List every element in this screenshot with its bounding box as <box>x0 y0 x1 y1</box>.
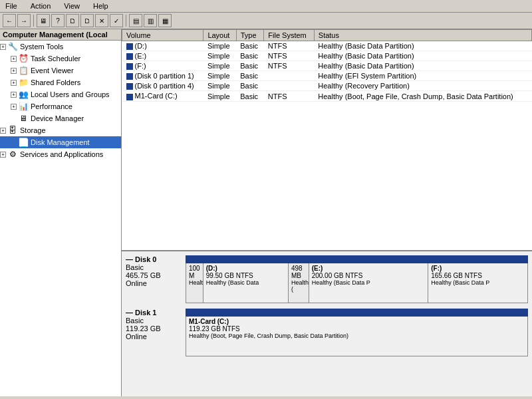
cell-fs-5: NTFS <box>264 91 314 101</box>
col-fs[interactable]: File System <box>264 30 314 41</box>
menu-view[interactable]: View <box>61 1 82 11</box>
sidebar-item-system-tools[interactable]: +🔧System Tools <box>0 41 121 53</box>
disk-partitions-0: 100 M Healt (D:) 99.50 GB NTFS Healthy (… <box>186 263 528 303</box>
disk-row-1: — Disk 1 Basic 119.23 GB Online M1-Card … <box>126 309 528 356</box>
main-container: Computer Management (Local +🔧System Tool… <box>0 29 532 396</box>
forward-button[interactable]: → <box>17 14 31 27</box>
toolbar: ← → 🖥 ? 🗋 🗋 ✕ ✓ ▤ ▥ ▦ <box>0 13 532 29</box>
icon-performance: 📊 <box>18 101 29 112</box>
sidebar-item-disk-management[interactable]: 💾Disk Management <box>0 136 121 148</box>
table-row[interactable]: (Disk 0 partition 1) Simple Basic Health… <box>122 71 532 81</box>
cell-type-3: Basic <box>236 71 264 81</box>
disk-bar-top-1 <box>186 309 528 317</box>
disk-label-1: — Disk 1 Basic 119.23 GB Online <box>126 309 186 356</box>
cell-type-1: Basic <box>236 51 264 61</box>
table-row[interactable]: (E:) Simple Basic NTFS Healthy (Basic Da… <box>122 51 532 61</box>
toolbar-btn8[interactable]: ▥ <box>144 14 157 27</box>
label-device-manager: Device Manager <box>31 114 84 122</box>
part-status-0-2: Healthy ( <box>291 279 306 293</box>
expand-btn-storage[interactable]: + <box>0 128 6 134</box>
volume-table: Volume Layout Type File System Status (D… <box>122 29 532 102</box>
disk-partition-0-0[interactable]: 100 M Healt <box>186 263 203 303</box>
part-size-0-2: 498 MB <box>291 265 306 279</box>
part-name-0-1: (D:) <box>206 265 285 272</box>
expand-btn-system-tools[interactable]: + <box>0 44 6 50</box>
icon-task-scheduler: ⏰ <box>18 53 29 64</box>
toolbar-btn6[interactable]: ✓ <box>110 14 123 27</box>
menu-help[interactable]: Help <box>90 1 111 11</box>
label-shared-folders: Shared Folders <box>31 78 80 86</box>
sidebar-item-performance[interactable]: +📊Performance <box>0 100 121 112</box>
cell-layout-0: Simple <box>203 41 236 51</box>
expand-btn-local-users[interactable]: + <box>11 92 17 98</box>
vol-icon-1 <box>126 53 133 60</box>
cell-type-5: Basic <box>236 91 264 101</box>
toolbar-btn3[interactable]: 🗋 <box>66 14 79 27</box>
expand-btn-shared-folders[interactable]: + <box>11 80 17 86</box>
cell-status-1: Healthy (Basic Data Partition) <box>314 51 531 61</box>
disk-partition-0-3[interactable]: (E:) 200.00 GB NTFS Healthy (Basic Data … <box>309 263 429 303</box>
toolbar-btn1[interactable]: 🖥 <box>37 14 50 27</box>
expand-btn-event-viewer[interactable]: + <box>11 68 17 74</box>
cell-volume-2: (F:) <box>122 61 203 71</box>
cell-type-2: Basic <box>236 61 264 71</box>
disk-type-1: Basic <box>126 317 182 325</box>
table-row[interactable]: (Disk 0 partition 4) Simple Basic Health… <box>122 81 532 91</box>
expand-btn-task-scheduler[interactable]: + <box>11 56 17 62</box>
toolbar-btn2[interactable]: ? <box>51 14 65 27</box>
disk-partition-1-0[interactable]: M1-Card (C:) 119.23 GB NTFS Healthy (Boo… <box>186 317 527 356</box>
col-type[interactable]: Type <box>236 30 264 41</box>
tree-container: +🔧System Tools+⏰Task Scheduler+📋Event Vi… <box>0 41 121 160</box>
vol-icon-3 <box>126 73 133 80</box>
icon-services: ⚙ <box>7 149 18 160</box>
part-name-0-4: (F:) <box>431 265 525 272</box>
expand-btn-services[interactable]: + <box>0 152 6 158</box>
table-area: Volume Layout Type File System Status (D… <box>122 29 532 250</box>
sidebar-item-storage[interactable]: +🗄Storage <box>0 124 121 136</box>
disk-state-1: Online <box>126 332 182 340</box>
col-status[interactable]: Status <box>314 30 531 41</box>
cell-fs-4 <box>264 81 314 91</box>
table-row[interactable]: (D:) Simple Basic NTFS Healthy (Basic Da… <box>122 41 532 51</box>
col-layout[interactable]: Layout <box>203 30 236 41</box>
col-volume[interactable]: Volume <box>122 30 203 41</box>
disk-partition-0-2[interactable]: 498 MB Healthy ( <box>289 263 309 303</box>
tree-header: Computer Management (Local <box>0 29 121 41</box>
label-disk-management: Disk Management <box>31 138 90 146</box>
back-button[interactable]: ← <box>3 14 16 27</box>
cell-volume-1: (E:) <box>122 51 203 61</box>
part-size-1-0: 119.23 GB NTFS <box>189 325 525 332</box>
cell-status-2: Healthy (Basic Data Partition) <box>314 61 531 71</box>
sidebar-item-task-scheduler[interactable]: +⏰Task Scheduler <box>0 53 121 65</box>
sidebar-item-local-users[interactable]: +👥Local Users and Groups <box>0 88 121 100</box>
part-status-0-3: Healthy (Basic Data P <box>312 279 426 286</box>
toolbar-btn4[interactable]: 🗋 <box>80 14 94 27</box>
sidebar-item-shared-folders[interactable]: +📁Shared Folders <box>0 76 121 88</box>
expand-btn-performance[interactable]: + <box>11 104 17 110</box>
table-row[interactable]: (F:) Simple Basic NTFS Healthy (Basic Da… <box>122 61 532 71</box>
part-size-0-0: 100 M <box>189 265 200 279</box>
label-task-scheduler: Task Scheduler <box>31 55 80 63</box>
sidebar-item-services[interactable]: +⚙Services and Applications <box>0 148 121 160</box>
cell-layout-1: Simple <box>203 51 236 61</box>
toolbar-btn5[interactable]: ✕ <box>95 14 108 27</box>
toolbar-btn7[interactable]: ▤ <box>129 14 142 27</box>
table-body: (D:) Simple Basic NTFS Healthy (Basic Da… <box>122 41 532 102</box>
disk-partition-0-4[interactable]: (F:) 165.66 GB NTFS Healthy (Basic Data … <box>428 263 527 303</box>
menu-file[interactable]: File <box>3 1 20 11</box>
cell-layout-3: Simple <box>203 71 236 81</box>
disk-label-0: — Disk 0 Basic 465.75 GB Online <box>126 255 186 303</box>
table-row[interactable]: M1-Card (C:) Simple Basic NTFS Healthy (… <box>122 91 532 101</box>
disk-partition-0-1[interactable]: (D:) 99.50 GB NTFS Healthy (Basic Data <box>203 263 289 303</box>
icon-storage: 🗄 <box>7 125 18 136</box>
cell-volume-4: (Disk 0 partition 4) <box>122 81 203 91</box>
toolbar-btn9[interactable]: ▦ <box>158 14 172 27</box>
sidebar-item-device-manager[interactable]: 🖥Device Manager <box>0 112 121 124</box>
cell-volume-3: (Disk 0 partition 1) <box>122 71 203 81</box>
sidebar-item-event-viewer[interactable]: +📋Event Viewer <box>0 65 121 76</box>
menu-action[interactable]: Action <box>28 1 54 11</box>
icon-disk-management: 💾 <box>18 137 29 148</box>
disk-row-0: — Disk 0 Basic 465.75 GB Online 100 M He… <box>126 255 528 303</box>
disk-name-0: — Disk 0 <box>126 255 182 263</box>
disk-size-1: 119.23 GB <box>126 325 182 332</box>
